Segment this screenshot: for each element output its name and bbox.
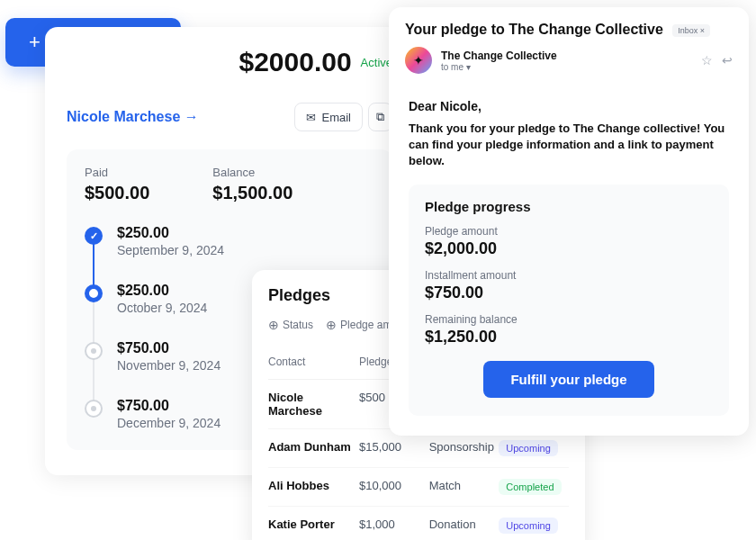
inbox-badge: Inbox × xyxy=(672,24,710,37)
timeline-dot-future xyxy=(85,400,103,418)
star-icon[interactable]: ☆ xyxy=(701,53,713,68)
row-contact: Adam Dunham xyxy=(268,440,359,456)
sender-avatar: ✦ xyxy=(405,47,432,74)
pledge-progress-box: Pledge progress Pledge amount$2,000.00 I… xyxy=(409,184,729,416)
email-subject: Your pledge to The Change Collective xyxy=(405,22,663,37)
row-status: Completed xyxy=(499,479,569,495)
contact-link[interactable]: Nicole Marchese → xyxy=(67,109,199,125)
email-recipient[interactable]: to me ▾ xyxy=(441,62,557,72)
row-contact: Katie Porter xyxy=(268,518,359,534)
progress-title: Pledge progress xyxy=(425,199,713,214)
fulfill-pledge-button[interactable]: Fulfill your pledge xyxy=(483,361,653,398)
filter-status[interactable]: ⊕Status xyxy=(268,318,313,332)
reply-icon[interactable]: ↩ xyxy=(722,53,733,68)
email-preview-card: Your pledge to The Change Collective Inb… xyxy=(389,7,749,436)
row-status: Upcoming xyxy=(499,440,569,456)
row-status: Upcoming xyxy=(499,518,569,534)
pledge-total: $2000.00 xyxy=(238,47,351,77)
balance-value: $1,500.00 xyxy=(212,183,292,203)
email-greeting: Dear Nicole, xyxy=(409,99,729,113)
paid-label: Paid xyxy=(85,166,149,179)
balance-label: Balance xyxy=(212,166,292,179)
plus-circle-icon: ⊕ xyxy=(326,318,337,332)
email-button[interactable]: ✉ Email xyxy=(294,103,363,131)
sender-name: The Change Collective xyxy=(441,50,557,62)
pledge-status-pill: Active xyxy=(361,56,392,69)
timeline-dot-done xyxy=(85,227,103,245)
table-row[interactable]: Ali Hobbes$10,000MatchCompleted xyxy=(268,468,569,507)
timeline-dot-current xyxy=(85,284,103,302)
row-total: $10,000 xyxy=(359,479,429,495)
envelope-icon: ✉ xyxy=(306,111,316,124)
plus-circle-icon: ⊕ xyxy=(268,318,279,332)
table-row[interactable]: Katie Porter$1,000DonationUpcoming xyxy=(268,507,569,540)
timeline-dot-future xyxy=(85,342,103,360)
row-category: Match xyxy=(429,479,500,495)
copy-icon: ⧉ xyxy=(376,110,384,124)
row-category: Donation xyxy=(429,518,500,534)
timeline-item: $250.00 September 9, 2024 xyxy=(85,225,374,257)
pledges-title: Pledges xyxy=(268,286,330,305)
row-contact: Ali Hobbes xyxy=(268,479,359,495)
email-button-label: Email xyxy=(321,111,351,124)
plus-icon: + xyxy=(29,31,40,54)
row-total: $1,000 xyxy=(359,518,429,534)
row-category: Sponsorship xyxy=(429,440,500,456)
email-body-text: Thank you for your pledge to The Change … xyxy=(409,121,729,170)
row-contact: Nicole Marchese xyxy=(268,391,359,418)
row-total: $15,000 xyxy=(359,440,429,456)
paid-value: $500.00 xyxy=(85,183,149,203)
